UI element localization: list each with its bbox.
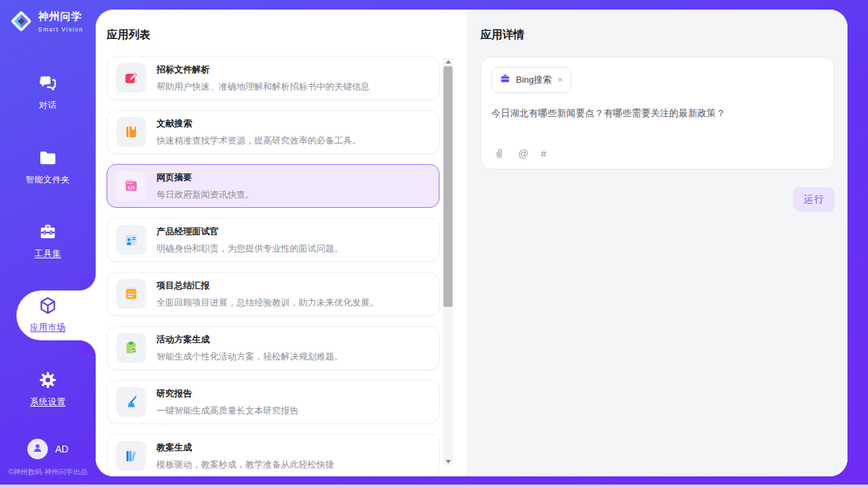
avatar (27, 439, 48, 459)
gear-icon (0, 370, 96, 390)
app-card-title: 产品经理面试官 (157, 226, 343, 238)
clipboard-check-icon (116, 333, 146, 363)
at-icon[interactable]: @ (518, 148, 528, 159)
app-card-literature-search[interactable]: 文献搜索 快速精准查找学术资源，提高研究效率的必备工具。 (107, 110, 439, 154)
app-list-panel: 应用列表 招标文件解析 帮助用户快速、准确地理解和解析招标书中的关键信息 (96, 10, 467, 476)
run-button[interactable]: 运行 (794, 187, 835, 212)
app-card-title: 项目总结汇报 (157, 280, 379, 292)
sidebar-item-smart-folders[interactable]: 智能文件夹 (0, 148, 96, 186)
folder-icon (0, 148, 96, 168)
book-icon (116, 117, 146, 147)
app-card-webpage-summary[interactable]: 网页摘要 每日政府新闻资讯快查。 (107, 164, 439, 208)
copyright-text: ©神州数码·神州问学出品 (0, 467, 96, 477)
app-card-desc: 一键智能生成高质量长文本研究报告 (157, 405, 299, 417)
edit-document-icon (116, 63, 146, 93)
list-scrollbar[interactable] (443, 57, 453, 466)
sidebar-item-toolset[interactable]: 工具集 (0, 221, 96, 260)
app-card-title: 网页摘要 (157, 172, 254, 184)
sidebar-item-label: 对话 (0, 100, 96, 111)
app-card-desc: 快速精准查找学术资源，提高研究效率的必备工具。 (157, 135, 361, 147)
app-card-desc: 全面回顾项目进展，总结经验教训，助力未来优化发展。 (157, 297, 379, 309)
window-bottom-edge (0, 485, 868, 488)
tool-tag-label: Bing搜索 (516, 74, 552, 86)
person-icon (31, 441, 44, 457)
sidebar-item-settings[interactable]: 系统设置 (0, 370, 96, 408)
sidebar-item-label: 应用市场 (0, 322, 96, 334)
app-card-title: 活动方案生成 (157, 334, 343, 346)
app-detail-panel: 应用详情 Bing搜索 × 今日湖北有哪些新闻要点？有哪些需要关注的最新政策？ (467, 10, 847, 476)
user-name: AD (55, 444, 68, 455)
composer-toolbar: @ # (493, 147, 547, 160)
sidebar-item-chat[interactable]: 对话 (0, 73, 96, 111)
cube-icon (0, 295, 96, 316)
app-card-title: 教案生成 (157, 442, 334, 454)
main-content: 应用列表 招标文件解析 帮助用户快速、准确地理解和解析招标书中的关键信息 (96, 10, 847, 476)
webpage-code-icon (116, 171, 146, 201)
paperclip-icon[interactable] (493, 147, 506, 160)
sidebar-item-label: 工具集 (0, 248, 96, 260)
app-card-desc: 每日政府新闻资讯快查。 (157, 189, 254, 201)
sidebar: 神州问学 Smart Vision 对话 智能文件夹 (0, 0, 96, 485)
scroll-up-arrow-icon[interactable] (443, 57, 453, 66)
app-detail-title: 应用详情 (480, 28, 835, 42)
query-text[interactable]: 今日湖北有哪些新闻要点？有哪些需要关注的最新政策？ (491, 107, 824, 120)
sticky-note-icon (116, 279, 146, 309)
app-card-research-report[interactable]: 研究报告 一键智能生成高质量长文本研究报告 (107, 380, 439, 424)
query-input-card[interactable]: Bing搜索 × 今日湖北有哪些新闻要点？有哪些需要关注的最新政策？ @ # (480, 57, 835, 170)
scrollbar-thumb[interactable] (444, 66, 452, 307)
app-card-desc: 明确身份和职责，为您提供专业性的面试问题。 (157, 243, 343, 255)
brand-subtitle: Smart Vision (38, 26, 83, 33)
app-card-lesson-plan[interactable]: 教案生成 模板驱动，教案秒成，教学准备从此轻松快捷 (107, 434, 439, 476)
brand-name: 神州问学 (38, 10, 82, 22)
app-card-desc: 帮助用户快速、准确地理解和解析招标书中的关键信息 (157, 81, 370, 93)
sidebar-item-app-market[interactable]: 应用市场 (0, 295, 96, 334)
app-card-title: 文献搜索 (157, 118, 361, 130)
sidebar-item-label: 系统设置 (0, 396, 96, 408)
close-icon[interactable]: × (557, 75, 563, 85)
app-card-project-summary[interactable]: 项目总结汇报 全面回顾项目进展，总结经验教训，助力未来优化发展。 (107, 272, 439, 316)
user-account[interactable]: AD (0, 439, 96, 459)
app-list-title: 应用列表 (107, 28, 467, 42)
diamond-logo-icon (9, 9, 33, 36)
ink-pen-icon (116, 387, 146, 417)
app-card-desc: 智能生成个性化活动方案，轻松解决规划难题。 (157, 351, 343, 363)
app-card-title: 招标文件解析 (157, 64, 370, 76)
tool-tag-bing-search[interactable]: Bing搜索 × (491, 67, 571, 93)
chat-icon (0, 73, 96, 94)
app-card-bid-parse[interactable]: 招标文件解析 帮助用户快速、准确地理解和解析招标书中的关键信息 (107, 56, 439, 100)
scroll-down-arrow-icon[interactable] (443, 457, 453, 466)
toolbox-icon (0, 221, 96, 242)
brand-logo: 神州问学 Smart Vision (9, 9, 96, 36)
sidebar-item-label: 智能文件夹 (0, 174, 96, 186)
books-icon (116, 441, 146, 471)
hash-icon[interactable]: # (541, 148, 546, 159)
app-card-event-plan[interactable]: 活动方案生成 智能生成个性化活动方案，轻松解决规划难题。 (107, 326, 439, 370)
app-card-title: 研究报告 (157, 388, 299, 400)
app-card-desc: 模板驱动，教案秒成，教学准备从此轻松快捷 (157, 459, 334, 471)
app-card-list: 招标文件解析 帮助用户快速、准确地理解和解析招标书中的关键信息 文献搜索 快速精… (107, 56, 441, 476)
briefcase-icon (500, 73, 511, 87)
interviewer-icon (116, 225, 146, 255)
app-card-pm-interviewer[interactable]: 产品经理面试官 明确身份和职责，为您提供专业性的面试问题。 (107, 218, 439, 262)
